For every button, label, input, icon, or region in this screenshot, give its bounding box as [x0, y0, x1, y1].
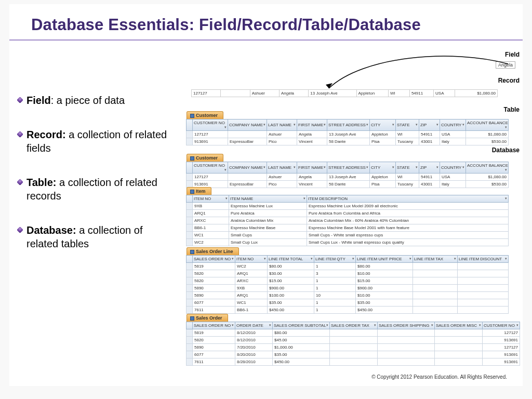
column-header[interactable]: ACCOUNT BALANCE ▾ [466, 119, 509, 131]
table-cell[interactable]: 3 [314, 270, 356, 277]
dropdown-icon[interactable]: ▾ [326, 323, 328, 327]
table-cell[interactable]: $30.00 [268, 270, 314, 277]
table-cell[interactable]: WC1 [193, 232, 229, 239]
table-cell[interactable]: Espresso Machine Lux Model 2009 all elec… [307, 203, 509, 210]
table-row[interactable]: 58907/20/2010$1,000.00127127 [187, 344, 520, 351]
table-cell[interactable]: 127127 [483, 329, 520, 337]
dropdown-icon[interactable]: ▾ [224, 168, 227, 172]
table-cell[interactable] [378, 358, 435, 366]
dropdown-icon[interactable]: ▾ [416, 123, 418, 127]
column-header[interactable]: CUSTOMER NO ▾ [483, 322, 520, 329]
dropdown-icon[interactable]: ▾ [366, 123, 368, 127]
table-cell[interactable]: $1,000.00 [273, 344, 330, 351]
table-cell[interactable] [435, 329, 483, 337]
table-cell[interactable]: $450.00 [273, 358, 330, 366]
table-cell[interactable]: Tuscany [396, 138, 419, 145]
table-cell[interactable]: 913691 [193, 138, 228, 145]
dropdown-icon[interactable]: ▾ [462, 123, 464, 127]
table-row[interactable]: ARQ1Pure ArabicaPure Arabica from Colomb… [187, 210, 509, 217]
table-row[interactable]: 913691EspressoBarPicoVincent58 DantePisa… [187, 138, 509, 145]
tab-sales-order[interactable]: Sales Order [187, 314, 228, 322]
column-header[interactable]: SALES ORDER TAX ▾ [330, 322, 378, 329]
column-header[interactable]: LINE ITEM UNIT PRICE ▾ [356, 256, 413, 263]
column-header[interactable]: STATE ▾ [396, 119, 419, 131]
table-cell[interactable]: $10.00 [356, 292, 413, 299]
table-cell[interactable]: 127127 [193, 131, 228, 138]
table-cell[interactable]: Espresso Machine Base Model 2001 with fo… [307, 224, 509, 232]
table-cell[interactable]: 913691 [483, 337, 520, 344]
table-cell[interactable]: 43001 [419, 138, 440, 145]
tab-sales-order-line[interactable]: Sales Order Line [187, 247, 239, 255]
table-cell[interactable]: ARQ1 [235, 292, 268, 299]
table-cell[interactable] [330, 329, 378, 337]
table-cell[interactable]: USA [440, 174, 466, 181]
table-cell[interactable]: Small Cups - White small espresso cups [307, 232, 509, 239]
table-cell[interactable]: 127127 [193, 174, 228, 181]
column-header[interactable]: ORDER DATE ▾ [235, 322, 273, 329]
table-cell[interactable]: 13 Joseph Ave [327, 131, 370, 138]
column-header[interactable]: SALES ORDER SHIPPING ▾ [378, 322, 435, 329]
table-cell[interactable]: 8/20/2010 [235, 351, 273, 358]
table-cell[interactable]: EspressoBar [228, 138, 267, 145]
table-cell[interactable]: 9XB [235, 285, 268, 292]
table-cell[interactable]: Small Cups Lux - White small espresso cu… [307, 239, 509, 246]
column-header[interactable]: SALES ORDER SUBTOTAL ▾ [273, 322, 330, 329]
column-header[interactable]: STREET ADDRESS ▾ [327, 119, 370, 131]
table-cell[interactable] [458, 285, 509, 292]
table-cell[interactable]: 5890 [193, 285, 235, 292]
table-cell[interactable]: 1 [314, 277, 356, 285]
table-cell[interactable]: Small Cups [229, 232, 307, 239]
column-header[interactable]: ZIP ▾ [419, 162, 440, 174]
table-cell[interactable]: USA [440, 131, 466, 138]
table-cell[interactable] [435, 358, 483, 366]
column-header[interactable]: ACCOUNT BALANCE ▾ [466, 162, 509, 174]
table-cell[interactable] [378, 351, 435, 358]
table-cell[interactable]: Pico [267, 138, 297, 145]
dropdown-icon[interactable]: ▾ [436, 123, 438, 127]
table-row[interactable]: WC1Small CupsSmall Cups - White small es… [187, 232, 509, 239]
table-cell[interactable] [413, 277, 458, 285]
dropdown-icon[interactable]: ▾ [303, 196, 305, 201]
dropdown-icon[interactable]: ▾ [232, 323, 234, 327]
table-cell[interactable] [330, 344, 378, 351]
table-cell[interactable]: $80.00 [356, 263, 413, 270]
column-header[interactable]: LINE ITEM TOTAL ▾ [268, 256, 314, 263]
table-cell[interactable]: WC2 [193, 239, 229, 246]
column-header[interactable]: ITEM DESCRIPTION ▾ [307, 195, 509, 203]
table-cell[interactable]: 7611 [193, 358, 235, 366]
table-cell[interactable]: Ashuer [267, 174, 297, 181]
dropdown-icon[interactable]: ▾ [479, 323, 481, 327]
table-cell[interactable] [435, 344, 483, 351]
table-cell[interactable]: ARXC [193, 217, 229, 224]
table-cell[interactable] [458, 270, 509, 277]
table-row[interactable]: 58909XB$900.001$900.00 [187, 285, 509, 292]
table-cell[interactable]: $900.00 [356, 285, 413, 292]
column-header[interactable]: CITY ▾ [370, 162, 396, 174]
column-header[interactable]: FIRST NAME ▾ [297, 119, 327, 131]
table-cell[interactable] [378, 329, 435, 337]
dropdown-icon[interactable]: ▾ [263, 165, 265, 169]
table-row[interactable]: 6077WC1$35.001$35.00 [187, 299, 509, 307]
table-cell[interactable] [413, 292, 458, 299]
dropdown-icon[interactable]: ▾ [516, 323, 518, 327]
column-header[interactable]: SALES ORDER NO ▾ [193, 322, 235, 329]
dropdown-icon[interactable]: ▾ [366, 165, 368, 169]
column-header[interactable]: LAST NAME ▾ [267, 119, 297, 131]
table-cell[interactable]: 6077 [193, 299, 235, 307]
table-cell[interactable]: Italy [440, 138, 466, 145]
dropdown-icon[interactable]: ▾ [409, 257, 411, 261]
dropdown-icon[interactable]: ▾ [225, 196, 228, 201]
table-cell[interactable]: 5890 [193, 344, 235, 351]
table-cell[interactable] [413, 299, 458, 307]
table-cell[interactable] [413, 270, 458, 277]
dropdown-icon[interactable]: ▾ [505, 125, 507, 129]
table-row[interactable]: 5819WC2$80.001$80.00 [187, 263, 509, 270]
table-cell[interactable] [435, 337, 483, 344]
table-cell[interactable]: Espresso Machine Lux [229, 203, 307, 210]
table-row[interactable]: 60778/20/2010$35.00913691 [187, 351, 520, 358]
table-cell[interactable]: BB6-1 [193, 224, 229, 232]
table-cell[interactable]: 13 Joseph Ave [327, 174, 370, 181]
table-cell[interactable]: $10.00 [356, 270, 413, 277]
table-cell[interactable]: Vincent [297, 138, 327, 145]
table-cell[interactable]: 5819 [193, 329, 235, 337]
